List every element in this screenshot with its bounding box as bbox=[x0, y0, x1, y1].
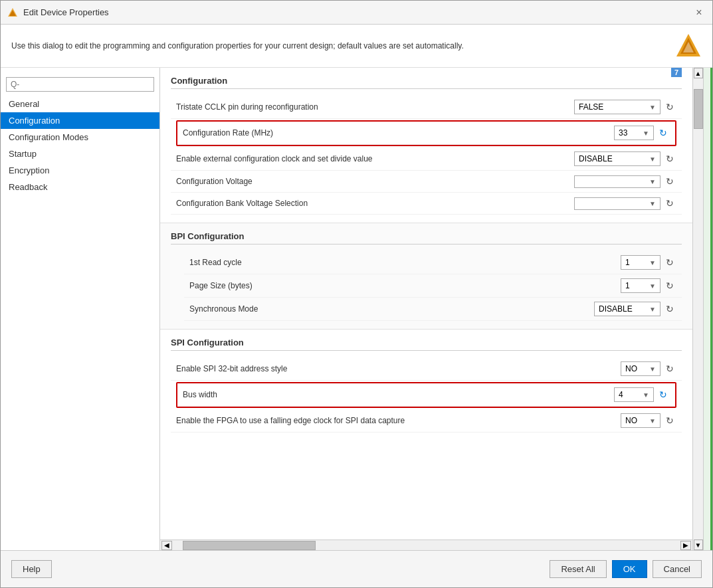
spi-inner: Enable SPI 32-bit address style NO ▼ ↻ bbox=[171, 357, 682, 433]
vertical-scroll-thumb[interactable] bbox=[694, 89, 703, 129]
tristate-cclk-dropdown[interactable]: FALSE ▼ bbox=[574, 100, 661, 114]
tristate-cclk-label: Tristate CCLK pin during reconfiguration bbox=[176, 102, 574, 112]
bus-width-reset[interactable]: ↻ bbox=[657, 388, 670, 401]
close-button[interactable]: × bbox=[692, 6, 706, 19]
config-voltage-label: Configuration Voltage bbox=[176, 177, 574, 186]
falling-edge-row: Enable the FPGA to use a falling edge cl… bbox=[171, 409, 682, 433]
bus-width-label: Bus width bbox=[183, 390, 614, 399]
bank-voltage-dropdown[interactable]: ▼ bbox=[574, 197, 661, 210]
config-voltage-reset[interactable]: ↻ bbox=[663, 175, 676, 188]
ext-clock-label: Enable external configuration clock and … bbox=[176, 154, 574, 163]
config-voltage-row: Configuration Voltage ▼ ↻ bbox=[171, 171, 682, 193]
sync-mode-reset[interactable]: ↻ bbox=[663, 302, 676, 316]
bpi-section: BPI Configuration 1st Read cycle 1 ▼ bbox=[160, 223, 692, 329]
page-size-control: 1 ▼ ↻ bbox=[621, 278, 676, 293]
chevron-down-icon: ▼ bbox=[649, 200, 656, 207]
sidebar-item-configuration-modes[interactable]: Configuration Modes bbox=[1, 129, 159, 146]
bpi-inner: 1st Read cycle 1 ▼ ↻ bbox=[171, 251, 682, 321]
sidebar-item-startup[interactable]: Startup bbox=[1, 146, 159, 162]
tristate-cclk-row: Tristate CCLK pin during reconfiguration… bbox=[171, 96, 682, 119]
bus-width-row: Bus width 4 ▼ ↻ bbox=[177, 383, 675, 407]
app-icon bbox=[7, 7, 18, 18]
sidebar-item-configuration[interactable]: Configuration bbox=[1, 112, 159, 129]
sync-mode-row: Synchronous Mode DISABLE ▼ ↻ bbox=[184, 298, 682, 321]
bank-voltage-label: Configuration Bank Voltage Selection bbox=[176, 199, 574, 208]
first-read-cycle-value: 1 bbox=[625, 258, 630, 267]
sync-mode-value: DISABLE bbox=[599, 304, 633, 314]
config-rate-highlighted: Configuration Rate (MHz) 33 ▼ ↻ bbox=[176, 120, 676, 146]
chevron-down-icon: ▼ bbox=[643, 130, 649, 137]
bus-width-dropdown[interactable]: 4 ▼ bbox=[614, 387, 654, 402]
search-input[interactable] bbox=[6, 77, 154, 92]
ok-button[interactable]: OK bbox=[612, 560, 647, 578]
sync-mode-dropdown[interactable]: DISABLE ▼ bbox=[594, 302, 661, 316]
config-voltage-control: ▼ ↻ bbox=[574, 175, 676, 188]
scroll-left-button[interactable]: ◀ bbox=[161, 541, 172, 550]
config-rate-row: Configuration Rate (MHz) 33 ▼ ↻ bbox=[177, 122, 675, 145]
footer-left: Help bbox=[11, 560, 52, 578]
cancel-button[interactable]: Cancel bbox=[653, 560, 702, 578]
first-read-cycle-row: 1st Read cycle 1 ▼ ↻ bbox=[184, 251, 682, 274]
tristate-cclk-reset[interactable]: ↻ bbox=[663, 100, 676, 114]
spi-32bit-dropdown[interactable]: NO ▼ bbox=[621, 361, 661, 376]
main-content: General Configuration Configuration Mode… bbox=[1, 68, 712, 550]
falling-edge-control: NO ▼ ↻ bbox=[621, 413, 676, 428]
config-rate-value: 33 bbox=[619, 128, 627, 138]
config-voltage-dropdown[interactable]: ▼ bbox=[574, 175, 661, 188]
scroll-up-button[interactable]: ▲ bbox=[694, 68, 703, 78]
footer: Help Reset All OK Cancel bbox=[1, 550, 712, 587]
vertical-scrollbar[interactable]: ▲ ▼ bbox=[692, 68, 703, 550]
chevron-down-icon: ▼ bbox=[649, 417, 656, 425]
page-size-label: Page Size (bytes) bbox=[189, 281, 621, 290]
spi-32bit-reset[interactable]: ↻ bbox=[663, 362, 676, 375]
ext-clock-reset[interactable]: ↻ bbox=[663, 152, 676, 165]
falling-edge-reset[interactable]: ↻ bbox=[663, 414, 676, 427]
ext-clock-value: DISABLE bbox=[579, 154, 613, 163]
configuration-section: Configuration Tristate CCLK pin during r… bbox=[160, 68, 692, 223]
ext-clock-row: Enable external configuration clock and … bbox=[171, 147, 682, 171]
bus-width-control: 4 ▼ ↻ bbox=[614, 387, 670, 402]
sidebar-item-readback[interactable]: Readback bbox=[1, 179, 159, 195]
sidebar-item-general[interactable]: General bbox=[1, 96, 159, 112]
scroll-down-button[interactable]: ▼ bbox=[694, 539, 703, 550]
horizontal-scroll-thumb[interactable] bbox=[183, 541, 316, 550]
search-bar bbox=[1, 73, 159, 96]
edit-device-properties-dialog: Edit Device Properties × Use this dialog… bbox=[0, 0, 713, 588]
first-read-cycle-control: 1 ▼ ↻ bbox=[621, 255, 676, 270]
page-size-dropdown[interactable]: 1 ▼ bbox=[621, 278, 661, 293]
horizontal-scrollbar[interactable]: ◀ ▶ bbox=[160, 539, 692, 550]
first-read-cycle-dropdown[interactable]: 1 ▼ bbox=[621, 255, 661, 270]
bank-voltage-reset[interactable]: ↻ bbox=[663, 197, 676, 210]
tristate-cclk-control: FALSE ▼ ↻ bbox=[574, 100, 676, 114]
ext-clock-control: DISABLE ▼ ↻ bbox=[574, 151, 676, 166]
chevron-down-icon: ▼ bbox=[649, 155, 656, 163]
config-rate-dropdown[interactable]: 33 ▼ bbox=[614, 126, 654, 140]
falling-edge-label: Enable the FPGA to use a falling edge cl… bbox=[176, 416, 621, 425]
spi-32bit-label: Enable SPI 32-bit address style bbox=[176, 364, 621, 373]
spi-section: SPI Configuration Enable SPI 32-bit addr… bbox=[160, 329, 692, 441]
config-rate-label: Configuration Rate (MHz) bbox=[183, 128, 614, 138]
config-rate-reset[interactable]: ↻ bbox=[657, 126, 670, 140]
configuration-section-title: Configuration bbox=[171, 76, 682, 89]
chevron-down-icon: ▼ bbox=[649, 104, 656, 111]
vivado-logo bbox=[675, 33, 702, 59]
content-wrapper: 7 Configuration Tristate CCLK pin during… bbox=[160, 68, 712, 550]
sync-mode-label: Synchronous Mode bbox=[189, 304, 594, 314]
config-rate-control: 33 ▼ ↻ bbox=[614, 126, 670, 140]
scroll-right-button[interactable]: ▶ bbox=[680, 541, 691, 550]
bpi-section-title: BPI Configuration bbox=[171, 231, 682, 245]
falling-edge-dropdown[interactable]: NO ▼ bbox=[621, 413, 661, 428]
sidebar-item-encryption[interactable]: Encryption bbox=[1, 162, 159, 179]
chevron-down-icon: ▼ bbox=[649, 282, 656, 290]
chevron-down-icon: ▼ bbox=[649, 259, 656, 266]
reset-all-button[interactable]: Reset All bbox=[550, 560, 606, 578]
first-read-cycle-reset[interactable]: ↻ bbox=[663, 256, 676, 269]
page-size-reset[interactable]: ↻ bbox=[663, 279, 676, 292]
ext-clock-dropdown[interactable]: DISABLE ▼ bbox=[574, 151, 661, 166]
chevron-down-icon: ▼ bbox=[649, 178, 656, 185]
first-read-cycle-label: 1st Read cycle bbox=[189, 258, 621, 267]
sync-mode-control: DISABLE ▼ ↻ bbox=[594, 302, 676, 316]
title-bar: Edit Device Properties × bbox=[1, 1, 712, 25]
help-button[interactable]: Help bbox=[11, 560, 52, 578]
inner-content: 7 Configuration Tristate CCLK pin during… bbox=[160, 68, 692, 550]
